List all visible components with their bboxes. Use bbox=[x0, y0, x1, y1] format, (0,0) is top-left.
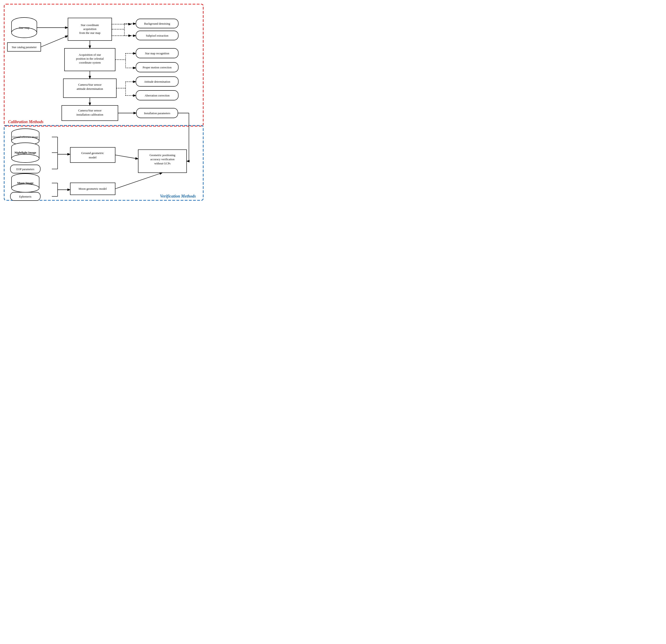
svg-text:Camera/Star sensor: Camera/Star sensor bbox=[78, 109, 102, 112]
verification-label: Verification Methods bbox=[160, 194, 196, 198]
svg-text:Star map recognition: Star map recognition bbox=[145, 52, 170, 55]
svg-text:accuracy verification: accuracy verification bbox=[150, 158, 175, 161]
svg-line-98 bbox=[115, 155, 138, 159]
svg-text:model: model bbox=[89, 156, 97, 159]
svg-text:Proper motion correction: Proper motion correction bbox=[143, 66, 172, 69]
svg-text:Background denoising: Background denoising bbox=[144, 22, 171, 25]
svg-text:acquisition: acquisition bbox=[83, 27, 97, 31]
svg-text:installation  calibration: installation calibration bbox=[76, 113, 103, 116]
svg-text:Moon geometric model: Moon geometric model bbox=[78, 187, 107, 191]
svg-text:Ephemeris: Ephemeris bbox=[19, 195, 32, 198]
svg-text:Subpixel extraction: Subpixel extraction bbox=[146, 34, 169, 37]
svg-text:Nightlight Image: Nightlight Image bbox=[15, 151, 36, 154]
svg-text:Acquisition of star: Acquisition of star bbox=[79, 53, 101, 56]
svg-line-8 bbox=[41, 36, 68, 47]
main-diagram: Calibration Methods Star map Star catalo… bbox=[2, 2, 205, 203]
svg-text:Ground geometric: Ground geometric bbox=[81, 151, 104, 155]
svg-text:Camera/Star sensor: Camera/Star sensor bbox=[78, 83, 102, 86]
star-catalog-label: Star catalog parameter bbox=[12, 46, 37, 49]
svg-point-68 bbox=[12, 154, 39, 163]
svg-text:Geometric positioning: Geometric positioning bbox=[150, 154, 176, 157]
svg-text:EOP parameters: EOP parameters bbox=[16, 167, 34, 171]
svg-rect-89 bbox=[70, 147, 115, 163]
svg-rect-94 bbox=[138, 150, 187, 173]
svg-text:coordinate system: coordinate system bbox=[79, 61, 101, 64]
svg-text:Moon Image: Moon Image bbox=[17, 181, 34, 185]
svg-text:attitude determination: attitude determination bbox=[77, 87, 103, 90]
svg-text:Installation parameters: Installation parameters bbox=[144, 112, 170, 115]
svg-text:Star coordinate: Star coordinate bbox=[81, 23, 99, 27]
diagram-container: Calibration Methods Star map Star catalo… bbox=[2, 2, 205, 203]
svg-text:Aberration correction: Aberration correction bbox=[145, 94, 170, 97]
svg-point-76 bbox=[12, 184, 39, 192]
svg-text:Ground reference image: Ground reference image bbox=[13, 136, 38, 139]
svg-text:from the star map: from the star map bbox=[79, 31, 101, 35]
calibration-label: Calibration Methods bbox=[8, 120, 43, 124]
svg-line-99 bbox=[115, 173, 162, 189]
svg-text:without GCPs: without GCPs bbox=[154, 162, 171, 165]
star-map-label: Star map bbox=[19, 26, 30, 30]
svg-text:Attitude determination: Attitude determination bbox=[144, 80, 170, 83]
svg-text:position in the celestial: position in the celestial bbox=[76, 57, 104, 60]
